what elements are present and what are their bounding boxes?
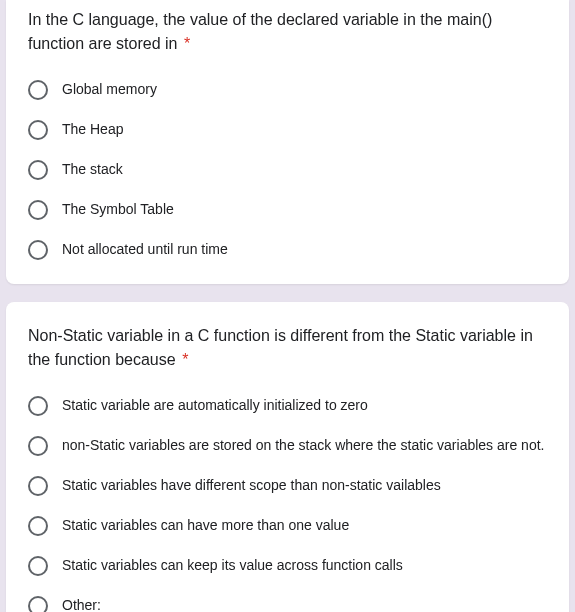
required-mark: *: [182, 351, 188, 368]
question-card: Non-Static variable in a C function is d…: [6, 302, 569, 612]
radio-icon: [28, 476, 48, 496]
radio-option[interactable]: The stack: [28, 158, 547, 182]
option-label: Static variables have different scope th…: [62, 476, 441, 496]
radio-icon: [28, 556, 48, 576]
radio-icon: [28, 200, 48, 220]
radio-option[interactable]: The Symbol Table: [28, 198, 547, 222]
radio-icon: [28, 436, 48, 456]
radio-option[interactable]: Static variables can have more than one …: [28, 514, 547, 538]
question-text: In the C language, the value of the decl…: [28, 8, 547, 56]
radio-option-other[interactable]: Other:: [28, 594, 547, 612]
option-label: Static variables can keep its value acro…: [62, 556, 403, 576]
question-prompt: Non-Static variable in a C function is d…: [28, 327, 533, 368]
question-prompt: In the C language, the value of the decl…: [28, 11, 492, 52]
radio-icon: [28, 516, 48, 536]
option-label: The Heap: [62, 120, 123, 140]
option-label: Not allocated until run time: [62, 240, 228, 260]
question-card: In the C language, the value of the decl…: [6, 0, 569, 284]
options-group: Static variable are automatically initia…: [28, 394, 547, 612]
radio-icon: [28, 120, 48, 140]
option-label: Static variable are automatically initia…: [62, 396, 368, 416]
options-group: Global memory The Heap The stack The Sym…: [28, 78, 547, 262]
question-text: Non-Static variable in a C function is d…: [28, 324, 547, 372]
radio-option[interactable]: non-Static variables are stored on the s…: [28, 434, 547, 458]
other-label: Other:: [62, 596, 101, 612]
required-mark: *: [184, 35, 190, 52]
option-label: Global memory: [62, 80, 157, 100]
radio-icon: [28, 160, 48, 180]
option-label: non-Static variables are stored on the s…: [62, 436, 544, 456]
radio-option[interactable]: The Heap: [28, 118, 547, 142]
radio-option[interactable]: Static variable are automatically initia…: [28, 394, 547, 418]
option-label: The Symbol Table: [62, 200, 174, 220]
radio-option[interactable]: Static variables have different scope th…: [28, 474, 547, 498]
radio-option[interactable]: Not allocated until run time: [28, 238, 547, 262]
radio-option[interactable]: Static variables can keep its value acro…: [28, 554, 547, 578]
other-input[interactable]: [119, 596, 547, 613]
radio-icon: [28, 240, 48, 260]
option-label: The stack: [62, 160, 123, 180]
radio-icon: [28, 396, 48, 416]
radio-icon: [28, 80, 48, 100]
radio-option[interactable]: Global memory: [28, 78, 547, 102]
option-label: Static variables can have more than one …: [62, 516, 349, 536]
radio-icon: [28, 596, 48, 612]
